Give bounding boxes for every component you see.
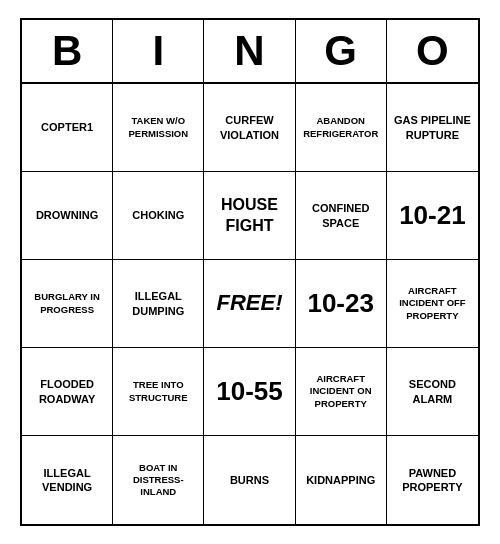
cell-23: KIDNAPPING — [296, 436, 387, 524]
cell-3: ABANDON REFRIGERATOR — [296, 84, 387, 172]
cell-4: GAS PIPELINE RUPTURE — [387, 84, 478, 172]
cell-10: BURGLARY IN PROGRESS — [22, 260, 113, 348]
cell-19: SECOND ALARM — [387, 348, 478, 436]
cell-15: FLOODED ROADWAY — [22, 348, 113, 436]
cell-24: PAWNED PROPERTY — [387, 436, 478, 524]
cell-5: DROWNING — [22, 172, 113, 260]
cell-7: HOUSE FIGHT — [204, 172, 295, 260]
cell-18: AIRCRAFT INCIDENT ON PROPERTY — [296, 348, 387, 436]
bingo-letter-g: G — [296, 20, 387, 82]
cell-0: COPTER1 — [22, 84, 113, 172]
cell-21: BOAT IN DISTRESS-INLAND — [113, 436, 204, 524]
cell-17: 10-55 — [204, 348, 295, 436]
cell-16: TREE INTO STRUCTURE — [113, 348, 204, 436]
cell-11: ILLEGAL DUMPING — [113, 260, 204, 348]
bingo-grid: COPTER1TAKEN W/O PERMISSIONCURFEW VIOLAT… — [22, 84, 478, 524]
bingo-letter-n: N — [204, 20, 295, 82]
cell-9: 10-21 — [387, 172, 478, 260]
bingo-header: BINGO — [22, 20, 478, 84]
cell-8: CONFINED SPACE — [296, 172, 387, 260]
bingo-letter-o: O — [387, 20, 478, 82]
cell-13: 10-23 — [296, 260, 387, 348]
cell-14: AIRCRAFT INCIDENT OFF PROPERTY — [387, 260, 478, 348]
bingo-letter-b: B — [22, 20, 113, 82]
cell-2: CURFEW VIOLATION — [204, 84, 295, 172]
cell-6: CHOKING — [113, 172, 204, 260]
cell-12: Free! — [204, 260, 295, 348]
cell-1: TAKEN W/O PERMISSION — [113, 84, 204, 172]
bingo-card: BINGO COPTER1TAKEN W/O PERMISSIONCURFEW … — [20, 18, 480, 526]
cell-22: BURNS — [204, 436, 295, 524]
cell-20: ILLEGAL VENDING — [22, 436, 113, 524]
bingo-letter-i: I — [113, 20, 204, 82]
